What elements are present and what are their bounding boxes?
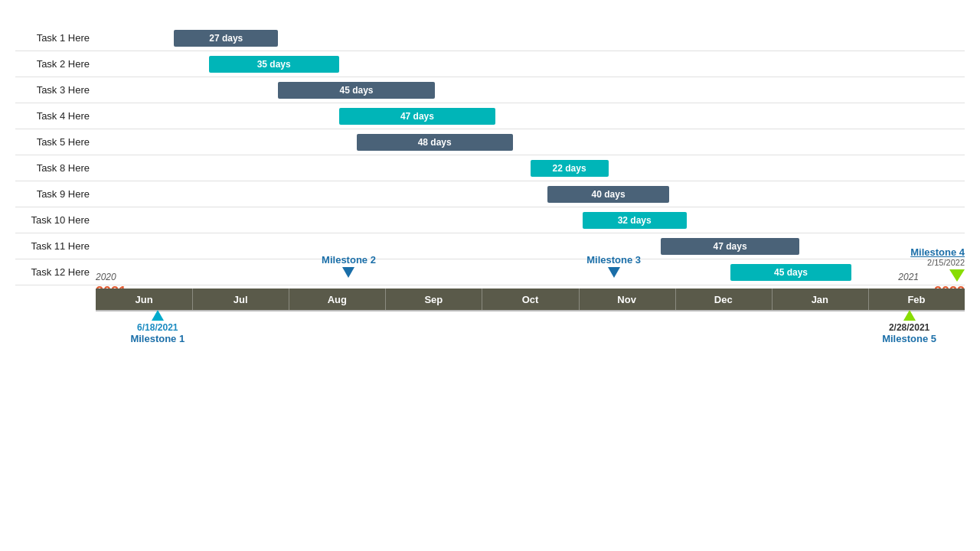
milestone-1-name: Milestone 1	[130, 333, 185, 344]
task-track: 35 days	[96, 51, 965, 77]
page-title	[0, 0, 980, 21]
timeline-month-label: Oct	[522, 294, 539, 305]
task-row: Task 3 Here45 days	[15, 77, 965, 103]
milestone-2: Milestone 2	[322, 254, 376, 278]
milestone-4: Milestone 4 2/15/2022	[910, 246, 965, 282]
task-label: Task 2 Here	[15, 58, 96, 70]
gantt-rows: Task 1 Here27 daysTask 2 Here35 daysTask…	[15, 25, 965, 285]
task-row: Task 9 Here40 days	[15, 181, 965, 207]
milestone-3-triangle	[608, 267, 620, 278]
gantt-bar: 32 days	[583, 212, 687, 229]
task-label: Task 12 Here	[15, 266, 96, 278]
milestone-4-label: Milestone 4	[910, 246, 965, 258]
task-label: Task 8 Here	[15, 162, 96, 174]
milestone-1-arrow	[152, 310, 164, 321]
timeline-baseline	[96, 310, 965, 311]
gantt-bar: 47 days	[339, 108, 495, 125]
gantt-bar: 40 days	[547, 186, 669, 203]
timeline-month-label: Nov	[617, 294, 636, 305]
task-row: Task 5 Here48 days	[15, 129, 965, 155]
milestone-1: 6/18/2021 Milestone 1	[130, 310, 185, 344]
task-row: Task 12 Here45 days	[15, 259, 965, 285]
timeline-bar: JunJulAugSepOctNovDecJanFeb	[96, 289, 965, 310]
milestone-5-arrow	[903, 310, 916, 321]
timeline-month-label: Jun	[135, 294, 152, 305]
task-label: Task 4 Here	[15, 110, 96, 122]
gantt-bar: 47 days	[661, 238, 800, 255]
milestone-3-label: Milestone 3	[586, 254, 641, 266]
gantt-bar: 45 days	[730, 264, 852, 281]
milestone-5-name: Milestone 5	[882, 333, 936, 344]
gantt-bar: 35 days	[209, 56, 339, 73]
timeline-month-label: Jul	[234, 294, 248, 305]
gantt-bar: 27 days	[174, 30, 278, 47]
task-track: 47 days	[96, 233, 965, 259]
milestone-5-date: 2/28/2021	[882, 322, 936, 333]
task-row: Task 1 Here27 days	[15, 25, 965, 51]
milestone-4-date: 2/15/2022	[910, 258, 965, 267]
timeline-month-label: Aug	[328, 294, 347, 305]
milestone-4-triangle	[949, 269, 965, 282]
task-track: 22 days	[96, 155, 965, 181]
task-label: Task 11 Here	[15, 240, 96, 252]
milestone-2-label: Milestone 2	[322, 254, 376, 266]
task-track: 45 days	[96, 77, 965, 103]
chart-area: Task 1 Here27 daysTask 2 Here35 daysTask…	[15, 21, 965, 311]
task-row: Task 4 Here47 days	[15, 103, 965, 129]
gantt-bar: 45 days	[278, 82, 434, 99]
task-row: Task 10 Here32 days	[15, 207, 965, 233]
task-label: Task 3 Here	[15, 84, 96, 96]
milestone-3: Milestone 3	[586, 254, 641, 278]
timeline-month-label: Jan	[812, 294, 828, 305]
task-row: Task 11 Here47 days	[15, 233, 965, 259]
year-small-left: 2020	[96, 272, 116, 282]
milestone-5: 2/28/2021 Milestone 5	[882, 310, 936, 344]
task-track: 45 days	[96, 259, 965, 285]
task-label: Task 5 Here	[15, 136, 96, 148]
task-label: Task 1 Here	[15, 32, 96, 44]
task-track: 32 days	[96, 207, 965, 233]
gantt-bar: 22 days	[531, 160, 609, 177]
task-label: Task 9 Here	[15, 188, 96, 200]
task-track: 47 days	[96, 103, 965, 129]
milestone-2-triangle	[342, 267, 354, 278]
task-track: 27 days	[96, 25, 965, 51]
task-label: Task 10 Here	[15, 214, 96, 226]
task-row: Task 8 Here22 days	[15, 155, 965, 181]
gantt-bar: 48 days	[357, 134, 513, 151]
milestone-1-date: 6/18/2021	[130, 322, 185, 333]
task-track: 48 days	[96, 129, 965, 155]
timeline-month-label: Dec	[714, 294, 733, 305]
task-track: 40 days	[96, 181, 965, 207]
task-row: Task 2 Here35 days	[15, 51, 965, 77]
timeline-month-label: Sep	[424, 294, 443, 305]
timeline-month-label: Feb	[907, 294, 925, 305]
timeline-section: 2020202120212022JunJulAugSepOctNovDecJan…	[15, 289, 965, 311]
